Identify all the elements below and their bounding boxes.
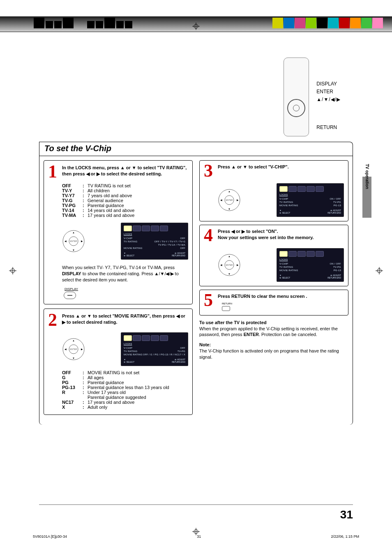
step-number: 5 — [204, 292, 214, 308]
svg-text:ENTER: ENTER — [226, 199, 233, 201]
svg-text:▶: ▶ — [81, 348, 83, 350]
svg-text:▲: ▲ — [228, 255, 231, 258]
svg-text:◀: ◀ — [65, 240, 67, 242]
reg-marks-left — [34, 18, 132, 28]
svg-text:◀: ◀ — [220, 264, 222, 266]
svg-text:▶: ▶ — [237, 264, 239, 266]
remote-label-enter: ENTER — [316, 88, 341, 96]
svg-text:ENTER: ENTER — [226, 264, 233, 266]
svg-text:▼: ▼ — [72, 357, 75, 359]
remote-labels: DISPLAY ENTER ▲/▼/◀/▶ RETURN — [316, 80, 341, 131]
page-number: 31 — [340, 508, 353, 521]
svg-text:▼: ▼ — [72, 249, 75, 251]
step-1-text: In the LOCKS menu, press ▲ or ▼ to selec… — [62, 165, 187, 176]
registration-mark-left — [9, 267, 16, 274]
remote-diagram: DISPLAY ENTER ▲/▼/◀/▶ RETURN — [284, 58, 341, 136]
enter-wheel-icon: ENTER▲▼◀▶ — [218, 189, 241, 212]
section-title: To set the V-Chip — [39, 142, 353, 156]
step-1: 1 In the LOCKS menu, press ▲ or ▼ to sel… — [44, 160, 193, 304]
step-3: 3 Press ▲ or ▼ to select "V-CHIP". ENTER… — [199, 160, 348, 221]
vchip-note: Note: The V-Chip function is activated o… — [199, 342, 348, 360]
registration-mark-right — [376, 267, 383, 274]
step-3-text: Press ▲ or ▼ to select "V-CHIP". — [218, 164, 289, 169]
printer-footer: 5V80101A [E]p30-34 31 2/22/06, 1:15 PM — [33, 534, 359, 539]
svg-text:◀: ◀ — [220, 199, 222, 201]
footer-left: 5V80101A [E]p30-34 — [33, 534, 67, 539]
step-number: 4 — [204, 228, 214, 243]
remote-label-arrows: ▲/▼/◀/▶ — [316, 96, 341, 104]
enter-wheel-icon: ENTER▲▼◀▶ — [62, 230, 85, 253]
section-tab-label: TV operation — [365, 164, 369, 189]
osd-locks-4: LOCKSV-CHIPON / OFFTV RATINGTV-PGMOVIE R… — [277, 248, 344, 282]
svg-text:▲: ▲ — [72, 339, 75, 342]
step-number: 2 — [48, 312, 59, 327]
step-2: 2 Press ▲ or ▼ to select "MOVIE RATING",… — [44, 309, 193, 415]
remote-label-return: RETURN — [316, 124, 341, 131]
step-number: 1 — [48, 164, 59, 179]
step-5-text: Press RETURN to clear the menu screen . — [218, 294, 307, 299]
step-5: 5 Press RETURN to clear the menu screen … — [199, 290, 348, 315]
svg-text:▼: ▼ — [228, 273, 231, 275]
step-2-ratings: OFF:MOVIE RATING is not setG:All agesPG:… — [62, 370, 188, 410]
osd-locks-1: LOCKSV-CHIPOFFTV RATINGOFF / TV-Y / TV-Y… — [121, 223, 188, 260]
step-4-text-a: Press ◀ or ▶ to select "ON". — [218, 229, 278, 234]
reg-color-swatches — [272, 18, 383, 28]
remote-label-display: DISPLAY — [316, 80, 341, 88]
svg-text:▲: ▲ — [228, 190, 231, 193]
step-2-text: Press ▲ or ▼ to select "MOVIE RATING", t… — [62, 313, 185, 325]
registration-mark-top — [192, 23, 200, 30]
after-protect-note: To use after the TV is protected When th… — [199, 320, 348, 338]
osd-locks-2: LOCKSV-CHIPOFFTV RATINGTV-PGMOVIE RATING… — [121, 332, 188, 366]
page-content: DISPLAY ENTER ▲/▼/◀/▶ RETURN TV operatio… — [39, 53, 353, 518]
step-1-paragraph: When you select TV- Y7, TV-PG, TV-14 or … — [62, 265, 188, 283]
svg-text:▶: ▶ — [237, 199, 239, 201]
step-number: 3 — [204, 163, 214, 178]
step-1-ratings: OFF:TV RATING is not setTV-Y:All childre… — [62, 183, 188, 218]
footer-right: 2/22/06, 1:15 PM — [331, 534, 359, 539]
return-button-icon: RETURN — [222, 302, 344, 311]
svg-text:ENTER: ENTER — [70, 240, 77, 242]
svg-text:◀: ◀ — [65, 348, 67, 350]
enter-wheel-icon: ENTER▲▼◀▶ — [62, 338, 85, 361]
svg-text:▲: ▲ — [72, 231, 75, 234]
page-rule — [39, 504, 353, 505]
section-box: To set the V-Chip 1 In the LOCKS menu, p… — [39, 142, 353, 425]
osd-locks-3: LOCKSV-CHIPON / OFFTV RATINGTV-PGMOVIE R… — [277, 183, 344, 217]
svg-text:ENTER: ENTER — [70, 348, 77, 350]
footer-mid: 31 — [197, 534, 201, 539]
step-4: 4 Press ◀ or ▶ to select "ON". Now your … — [199, 225, 348, 286]
svg-text:▼: ▼ — [228, 208, 231, 210]
remote-icon — [284, 58, 309, 136]
step-4-text-b: Now your settings were set into the memo… — [218, 235, 314, 240]
enter-wheel-icon: ENTER▲▼◀▶ — [218, 253, 241, 276]
svg-text:▶: ▶ — [81, 240, 83, 242]
display-button-icon: DISPLAY — [64, 287, 188, 299]
